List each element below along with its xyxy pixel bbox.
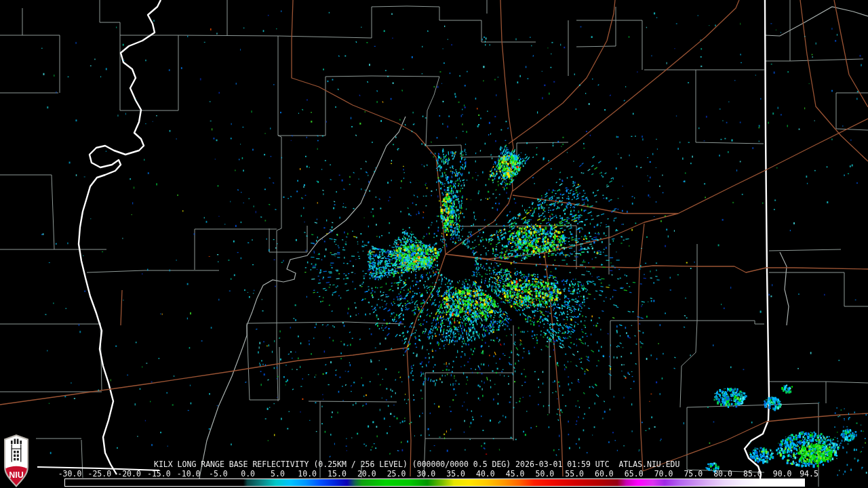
- colorbar-tick: -30.0: [58, 470, 82, 478]
- colorbar-tick: 85.0: [743, 470, 762, 478]
- colorbar-tick: 80.0: [713, 470, 732, 478]
- colorbar-tick: -10.0: [177, 470, 201, 478]
- radar-echoes-canvas: [0, 0, 868, 488]
- colorbar-tick: 70.0: [654, 470, 673, 478]
- colorbar-tick: 25.0: [387, 470, 406, 478]
- colorbar-tick: -5.0: [209, 470, 228, 478]
- colorbar-tick: -15.0: [147, 470, 171, 478]
- colorbar-tick: 50.0: [536, 470, 555, 478]
- colorbar-tick: 40.0: [476, 470, 495, 478]
- colorbar-tick: 35.0: [446, 470, 465, 478]
- colorbar-tick: 30.0: [416, 470, 435, 478]
- colorbar-tick-labels: -30.0-25.0-20.0-15.0-10.0-5.00.05.010.01…: [64, 470, 804, 478]
- niu-logo: NIU: [3, 434, 30, 487]
- colorbar-tick: 45.0: [506, 470, 525, 478]
- colorbar-tick: -20.0: [117, 470, 141, 478]
- colorbar-tick: 65.0: [625, 470, 644, 478]
- colorbar-tick: 20.0: [357, 470, 376, 478]
- colorbar-tick: 94.5: [800, 470, 818, 478]
- logo-text: NIU: [9, 470, 24, 480]
- colorbar-tick: 15.0: [328, 470, 347, 478]
- colorbar-gradient: [64, 479, 805, 487]
- colorbar-tick: -25.0: [87, 470, 111, 478]
- radar-display: KILX LONG RANGE BASE REFLECTIVITY (0.25K…: [0, 0, 868, 488]
- colorbar-tick: 90.0: [773, 470, 792, 478]
- colorbar-tick: 10.0: [298, 470, 317, 478]
- colorbar-tick: 60.0: [595, 470, 614, 478]
- product-caption: KILX LONG RANGE BASE REFLECTIVITY (0.25K…: [154, 460, 679, 468]
- colorbar-tick: 5.0: [271, 470, 285, 478]
- colorbar-tick: 0.0: [241, 470, 255, 478]
- colorbar-tick: 55.0: [565, 470, 584, 478]
- colorbar-tick: 75.0: [684, 470, 703, 478]
